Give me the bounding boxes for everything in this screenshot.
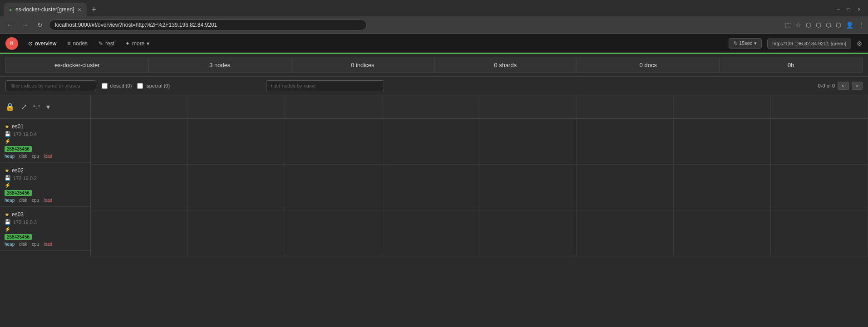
indices-filter-input[interactable] (5, 80, 96, 91)
nav-overview[interactable]: ⊙ overview (24, 38, 61, 49)
nodes-filter-input[interactable] (266, 80, 384, 91)
host-selector[interactable]: http://139.196.82.84:9201 [green] (767, 39, 851, 49)
grid-column-5 (577, 95, 674, 256)
indices-value: 0 indices (351, 62, 374, 68)
settings-button[interactable]: ⚙ (857, 40, 863, 47)
node-item-es03: ★ es03 💾 172.19.0.3 ⚡ 268435456 heap dis… (0, 207, 90, 251)
host-label: http://139.196.82.84:9201 [green] (772, 41, 846, 46)
shards-stat[interactable]: 0 shards (434, 58, 577, 73)
node-ip-es01: 💾 172.19.0.4 (5, 131, 86, 137)
grid-column-3 (382, 95, 479, 256)
grid-cell-0-1 (91, 165, 187, 210)
toolbar-row: 🔒 ⤢ ᴬ↓ᶻ ▾ (0, 95, 90, 119)
extension-icon2: ⬡ (816, 21, 821, 29)
star-icon-es03[interactable]: ★ (5, 211, 10, 218)
grid-cell-4-1 (479, 165, 576, 210)
maximize-btn[interactable]: □ (847, 6, 850, 13)
node-badge-es01: 268435456 (5, 146, 32, 152)
url-input[interactable] (49, 20, 367, 30)
sort-button[interactable]: ᴬ↓ᶻ (32, 103, 41, 111)
grid-cell-3-0 (382, 119, 479, 165)
hdd-icon-es01: 💾 (5, 131, 11, 137)
grid-column-0 (91, 95, 188, 256)
grid-cell-2-1 (285, 165, 382, 210)
nodes-stat[interactable]: 3 nodes (148, 58, 291, 73)
new-tab-button[interactable]: + (89, 5, 99, 15)
nav-more[interactable]: ✦ more ▾ (121, 38, 154, 49)
star-icon-es02[interactable]: ★ (5, 167, 10, 174)
stats-row: es-docker-cluster 3 nodes 0 indices 0 sh… (0, 54, 868, 77)
overview-icon: ⊙ (28, 40, 33, 47)
size-stat[interactable]: 0b (720, 58, 863, 73)
app-logo: H (5, 37, 18, 50)
index-grid (91, 95, 868, 256)
grid-cell-0-2 (91, 210, 187, 256)
tab-close-btn[interactable]: ✕ (78, 7, 81, 12)
expand-button[interactable]: ⤢ (20, 102, 28, 112)
node-shard-icon-es03: ⚡ (5, 226, 86, 232)
tab-title: es-docker-cluster[green] (15, 6, 74, 13)
nav-nodes[interactable]: ≡ nodes (63, 38, 92, 49)
docs-value: 0 docs (640, 62, 657, 68)
grid-column-1 (188, 95, 285, 256)
node-shard-icon-es01: ⚡ (5, 138, 86, 144)
filter-dropdown-button[interactable]: ▾ (45, 102, 51, 112)
node-name-text-es03: es03 (12, 211, 24, 218)
metric-disk-es02: disk (19, 198, 27, 203)
forward-button[interactable]: → (19, 20, 31, 29)
cluster-name-stat[interactable]: es-docker-cluster (5, 58, 148, 73)
active-tab[interactable]: ● es-docker-cluster[green] ✕ (4, 3, 87, 16)
lock-button[interactable]: 🔒 (5, 102, 15, 112)
closed-checkbox-label[interactable]: closed (0) (102, 83, 132, 89)
extension-icon3: ⬡ (826, 21, 831, 29)
docs-stat[interactable]: 0 docs (577, 58, 720, 73)
rest-label: rest (105, 40, 114, 47)
close-btn[interactable]: × (858, 6, 861, 13)
grid-cell-6-2 (674, 210, 770, 256)
pagination-info: 0-0 of 0 < > (818, 82, 863, 90)
pagination-text: 0-0 of 0 (818, 83, 835, 88)
grid-column-6 (674, 95, 771, 256)
closed-label: closed (0) (110, 83, 132, 88)
menu-icon[interactable]: ⋮ (858, 21, 864, 29)
filter-row: closed (0) .special (0) 0-0 of 0 < > (0, 77, 868, 95)
node-name-text-es02: es02 (12, 167, 24, 174)
profile-icon: 👤 (846, 21, 853, 29)
back-button[interactable]: ← (4, 20, 15, 29)
grid-cell-5-1 (577, 165, 673, 210)
node-name-es03: ★ es03 (5, 211, 86, 218)
grid-cell-7-1 (771, 165, 868, 210)
reload-button[interactable]: ↻ (35, 20, 45, 29)
tab-bar: ● es-docker-cluster[green] ✕ + − □ × (0, 0, 868, 16)
cast-icon: ⬚ (785, 21, 791, 29)
node-name-es02: ★ es02 (5, 167, 86, 174)
refresh-selector[interactable]: ↻ 15sec ▾ (729, 38, 762, 49)
grid-col-header-5 (577, 95, 673, 119)
nodes-label: nodes (73, 40, 88, 47)
indices-stat[interactable]: 0 indices (291, 58, 434, 73)
app-header: H ⊙ overview ≡ nodes ✎ rest ✦ more ▾ ↻ 1… (0, 34, 868, 54)
nodes-value: 3 nodes (209, 62, 230, 68)
metric-load-es01: load (44, 154, 52, 159)
special-checkbox-label[interactable]: .special (0) (137, 83, 170, 89)
prev-page-button[interactable]: < (838, 82, 848, 90)
grid-column-2 (285, 95, 382, 256)
node-badge-es03: 268435456 (5, 234, 32, 240)
grid-cell-2-0 (285, 119, 382, 165)
window-controls: − □ × (837, 6, 864, 13)
star-icon-es01[interactable]: ★ (5, 123, 10, 130)
cluster-name-value: es-docker-cluster (54, 62, 100, 68)
nav-rest[interactable]: ✎ rest (94, 38, 119, 49)
closed-checkbox[interactable] (102, 83, 108, 89)
special-checkbox[interactable] (137, 83, 143, 89)
metric-heap-es02: heap (5, 198, 15, 203)
node-name-es01: ★ es01 (5, 123, 86, 130)
rest-icon: ✎ (99, 40, 103, 47)
next-page-button[interactable]: > (852, 82, 863, 90)
metric-heap-es03: heap (5, 242, 15, 247)
grid-col-header-0 (91, 95, 187, 119)
size-value: 0b (788, 62, 794, 68)
metric-cpu-es03: cpu (32, 242, 39, 247)
minimize-btn[interactable]: − (837, 6, 840, 13)
more-dropdown-icon: ▾ (147, 40, 149, 47)
